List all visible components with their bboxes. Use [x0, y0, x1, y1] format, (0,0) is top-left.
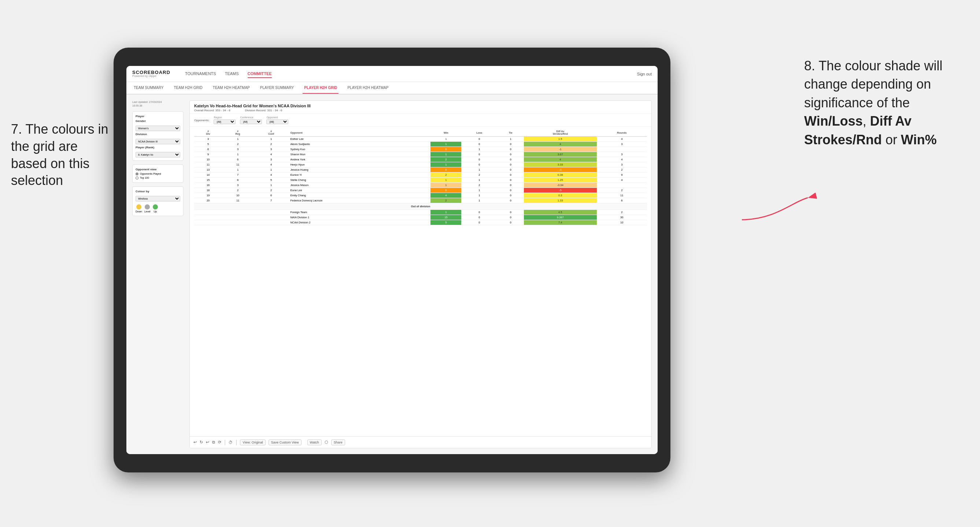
data-table-wrapper: #Div #Reg #Conf Opponent Win Loss Tie Di…	[190, 127, 651, 436]
table-row: 6 3 3 Sydney Kuo 0 1 0 -1	[194, 147, 647, 152]
share-button[interactable]: Share	[331, 440, 345, 445]
grid-area: Katelyn Vo Head-to-Head Grid for Women's…	[189, 100, 652, 448]
colour-by-select[interactable]: Win/loss	[135, 196, 180, 202]
cell-rounds	[597, 147, 647, 152]
view-original-button[interactable]: View: Original	[240, 440, 265, 445]
cell-rounds: 3	[597, 142, 647, 147]
cell-loss: 1	[461, 167, 497, 173]
table-row: 14 7 4 Eunice Yi 2 2 0 0.38 9	[194, 173, 647, 178]
bottom-toolbar: ↩ ↻ ↩ ⧉ ⟳ | ⏱ | View: Original Save Cust…	[190, 436, 651, 448]
cell-tie: 0	[497, 162, 524, 167]
subnav-team-h2h-heatmap[interactable]: TEAM H2H HEATMAP	[212, 82, 251, 94]
radio-top100[interactable]: Top 100	[135, 176, 180, 179]
clock-icon[interactable]: ⏱	[229, 440, 232, 444]
cell-conf: 5	[253, 178, 289, 183]
logo: SCOREBOARD Powered by clippd	[132, 70, 170, 78]
subnav-team-h2h-grid[interactable]: TEAM H2H GRID	[173, 82, 204, 94]
division-record: Division Record: 331 - 34 - 6	[245, 109, 282, 112]
cell-opponent: Sydney Kuo	[289, 147, 431, 152]
cell-win: 1	[431, 178, 461, 183]
share-icon[interactable]: ⬡	[325, 440, 328, 444]
division-select[interactable]: NCAA Division III	[135, 139, 180, 144]
subnav-player-h2h-grid[interactable]: PLAYER H2H GRID	[302, 82, 339, 94]
nav-teams[interactable]: TEAMS	[225, 70, 239, 78]
cell-conf: 4	[253, 152, 289, 157]
cell-win: 2	[431, 157, 461, 162]
cell-rounds: 4	[597, 137, 647, 142]
table-row: 15 8 5 Stella Cheng 1 1 0 1.25 4	[194, 178, 647, 183]
cell-loss: 1	[461, 147, 497, 152]
out-of-division-header: Out of division	[194, 203, 647, 210]
legend-circle-up	[153, 204, 158, 210]
subnav-team-summary[interactable]: TEAM SUMMARY	[132, 82, 165, 94]
cell-win: 0	[431, 188, 461, 193]
arrow-right-annotation	[738, 194, 811, 224]
radio-dot-opponents	[135, 173, 138, 175]
nav-committee[interactable]: COMMITTEE	[248, 70, 272, 78]
cell-tie: 0	[497, 178, 524, 183]
cell-reg: 3	[222, 147, 253, 152]
tablet-screen: SCOREBOARD Powered by clippd TOURNAMENTS…	[126, 66, 658, 454]
undo-icon[interactable]: ↩	[193, 440, 197, 444]
subnav-player-h2h-heatmap[interactable]: PLAYER H2H HEATMAP	[346, 82, 390, 94]
redo-icon[interactable]: ↻	[200, 440, 203, 444]
top-navigation: SCOREBOARD Powered by clippd TOURNAMENTS…	[126, 66, 658, 82]
cell-reg: 11	[222, 198, 253, 203]
col-opponent: Opponent	[289, 129, 431, 137]
gender-select[interactable]: Women's	[135, 125, 180, 131]
cell-loss: 0	[461, 162, 497, 167]
radio-opponents-played[interactable]: Opponents Played	[135, 173, 180, 175]
cell-conf: 3	[253, 157, 289, 162]
region-filter[interactable]: (All)	[213, 119, 235, 124]
cell-win: 4	[431, 193, 461, 198]
grid-records: Overall Record: 353 - 34 - 6 Division Re…	[194, 109, 647, 112]
col-rounds: Rounds	[597, 129, 647, 137]
filter-conference: Conference (All)	[240, 116, 262, 124]
copy-icon[interactable]: ⧉	[212, 440, 215, 444]
col-reg: #Reg	[222, 129, 253, 137]
sidebar-player-section: Player Gender Women's Division NCAA Divi…	[132, 111, 183, 161]
sign-out-link[interactable]: Sign out	[637, 72, 652, 76]
cell-rounds: 11	[597, 193, 647, 198]
main-content: Last Updated: 27/03/2024 16:55:38 Player…	[126, 94, 658, 454]
cell-conf: 1	[253, 167, 289, 173]
cell-div: 6	[194, 147, 222, 152]
grid-header: Katelyn Vo Head-to-Head Grid for Women's…	[190, 101, 651, 114]
cell-conf: 4	[253, 162, 289, 167]
cell-reg: 1	[222, 152, 253, 157]
table-row: 11 11 4 Heejo Hyun 1 0 0 3.33 3	[194, 162, 647, 167]
nav-tournaments[interactable]: TOURNAMENTS	[185, 70, 216, 78]
cell-rounds: 9	[597, 173, 647, 178]
cell-loss: 2	[461, 173, 497, 178]
cell-loss: 0	[461, 142, 497, 147]
cell-tie: 0	[497, 142, 524, 147]
opponent-filter[interactable]: (All)	[266, 119, 288, 124]
opponents-label: Opponents:	[194, 119, 209, 122]
cell-div: 3	[194, 137, 222, 142]
legend-row: Down Level Up	[135, 204, 180, 213]
cell-tie: 0	[497, 173, 524, 178]
cell-loss: 1	[461, 198, 497, 203]
refresh-icon[interactable]: ⟳	[218, 440, 221, 444]
subnav-player-summary[interactable]: PLAYER SUMMARY	[259, 82, 295, 94]
cell-rounds: 2	[597, 167, 647, 173]
cell-tie: 1	[497, 137, 524, 142]
cell-diff: -5	[524, 188, 597, 193]
cell-opponent: Eunice Yi	[289, 173, 431, 178]
undo2-icon[interactable]: ↩	[206, 440, 209, 444]
cell-win: 1	[431, 183, 461, 188]
cell-win: 0	[431, 167, 461, 173]
tablet-device: SCOREBOARD Powered by clippd TOURNAMENTS…	[114, 48, 670, 472]
save-custom-button[interactable]: Save Custom View	[269, 440, 302, 445]
cell-diff: 1.33	[524, 198, 597, 203]
cell-div: 11	[194, 162, 222, 167]
out-of-division-row: NCAA Division 2 5 0 0 7.4 10	[194, 220, 647, 225]
conference-filter[interactable]: (All)	[240, 119, 262, 124]
table-row: 13 1 1 Jessica Huang 0 1 0 -3 2	[194, 167, 647, 173]
cell-tie: 0	[497, 147, 524, 152]
table-row: 18 2 2 Euna Lee 0 1 0 -5 2	[194, 188, 647, 193]
nav-right: Sign out	[637, 72, 652, 76]
player-rank-select[interactable]: 8. Katelyn Vo	[135, 152, 180, 157]
watch-button[interactable]: Watch	[307, 440, 322, 445]
table-row: 9 1 4 Sharon Mun 1 0 0 3.67 3	[194, 152, 647, 157]
